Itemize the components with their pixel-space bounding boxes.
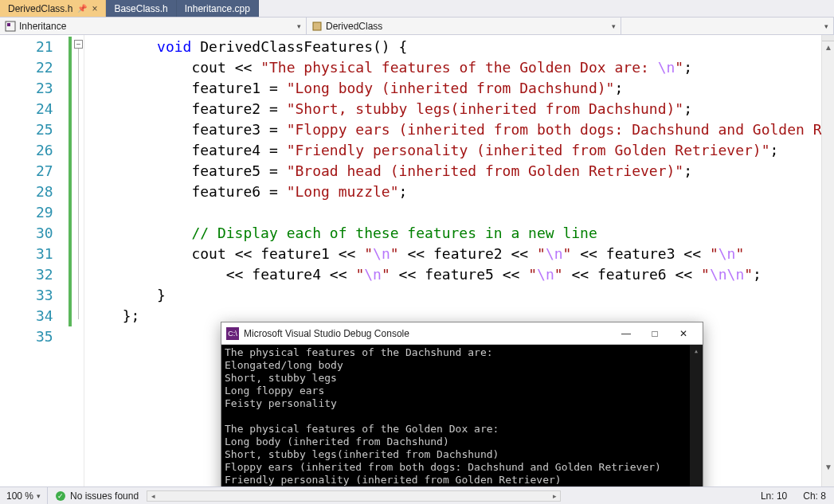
chevron-down-icon: ▾ xyxy=(297,22,301,30)
line-number: 34 xyxy=(0,306,68,326)
split-handle[interactable] xyxy=(822,35,834,41)
change-marker xyxy=(69,57,72,78)
change-marker xyxy=(69,264,72,285)
project-icon xyxy=(5,21,16,32)
zoom-value: 100 % xyxy=(6,490,33,502)
code-line[interactable]: // Display each of these features in a n… xyxy=(84,223,834,244)
scroll-up-icon[interactable]: ▴ xyxy=(690,345,703,357)
outlining-guide xyxy=(78,49,79,319)
change-marker xyxy=(69,326,72,347)
svg-rect-1 xyxy=(7,23,10,26)
member-scope-dropdown[interactable]: ▾ xyxy=(621,18,834,34)
change-marker xyxy=(69,78,72,99)
line-number: 31 xyxy=(0,244,68,264)
code-line[interactable] xyxy=(84,202,834,223)
line-number: 25 xyxy=(0,119,68,140)
code-line[interactable]: void DerivedClassFeatures() { xyxy=(84,37,834,57)
change-marker xyxy=(69,223,72,244)
change-marker xyxy=(69,306,72,326)
line-number: 22 xyxy=(0,57,68,78)
scroll-right-icon[interactable]: ▸ xyxy=(549,491,560,501)
check-icon: ✓ xyxy=(56,491,65,501)
tab-label: DerivedClass.h xyxy=(8,3,72,14)
tab-label: BaseClass.h xyxy=(114,3,167,14)
console-title-bar[interactable]: C:\ Microsoft Visual Studio Debug Consol… xyxy=(221,322,703,345)
code-line[interactable]: feature4 = "Friendly personality (inheri… xyxy=(84,140,834,161)
tab-inheritance-cpp[interactable]: Inheritance.cpp xyxy=(177,0,259,17)
line-number: 27 xyxy=(0,161,68,182)
change-marker xyxy=(69,37,72,57)
line-number: 24 xyxy=(0,99,68,119)
line-number: 26 xyxy=(0,140,68,161)
maximize-button[interactable]: □ xyxy=(640,325,669,342)
zoom-dropdown[interactable]: 100 % ▾ xyxy=(0,487,48,504)
change-marker xyxy=(69,244,72,264)
code-line[interactable]: } xyxy=(84,285,834,306)
project-scope-dropdown[interactable]: Inheritance ▾ xyxy=(0,18,307,34)
line-number: 30 xyxy=(0,223,68,244)
outlining-margin[interactable]: − xyxy=(72,35,84,486)
tab-label: Inheritance.cpp xyxy=(185,3,250,14)
scroll-down-icon[interactable]: ▼ xyxy=(822,461,834,474)
svg-rect-2 xyxy=(313,22,321,30)
line-number-gutter: 212223242526272829303132333435 xyxy=(0,35,68,486)
line-number: 35 xyxy=(0,326,68,347)
change-marker xyxy=(69,161,72,182)
project-name: Inheritance xyxy=(19,21,66,32)
tab-derivedclass[interactable]: DerivedClass.h 📌 × xyxy=(0,0,106,17)
code-line[interactable]: cout << "The physical features of the Go… xyxy=(84,57,834,78)
line-number: 28 xyxy=(0,182,68,202)
debug-console-window[interactable]: C:\ Microsoft Visual Studio Debug Consol… xyxy=(221,322,703,486)
code-line[interactable]: feature1 = "Long body (inherited from Da… xyxy=(84,78,834,99)
line-number: 21 xyxy=(0,37,68,57)
issues-text: No issues found xyxy=(70,490,139,502)
minimize-button[interactable]: — xyxy=(612,325,640,342)
line-number: 23 xyxy=(0,78,68,99)
code-editor[interactable]: 212223242526272829303132333435 − void De… xyxy=(0,35,834,486)
editor-horizontal-scrollbar[interactable]: ◂ ▸ xyxy=(147,490,561,502)
code-line[interactable]: feature3 = "Floppy ears (inherited from … xyxy=(84,119,834,140)
class-icon xyxy=(311,21,323,32)
editor-vertical-scrollbar[interactable]: ▲ ▼ xyxy=(821,35,834,486)
chevron-down-icon: ▾ xyxy=(612,22,616,30)
code-line[interactable]: feature5 = "Broad head (inherited from G… xyxy=(84,161,834,182)
class-name: DerivedClass xyxy=(326,21,382,32)
line-number: 29 xyxy=(0,202,68,223)
caret-line[interactable]: Ln: 10 xyxy=(753,490,795,502)
console-output[interactable]: The physical features of the Dachshund a… xyxy=(221,345,703,486)
code-line[interactable]: cout << feature1 << "\n" << feature2 << … xyxy=(84,244,834,264)
code-line[interactable]: << feature4 << "\n" << feature5 << "\n" … xyxy=(84,264,834,285)
tab-baseclass[interactable]: BaseClass.h xyxy=(106,0,176,17)
caret-char[interactable]: Ch: 8 xyxy=(795,490,834,502)
console-app-icon: C:\ xyxy=(226,327,239,340)
scroll-left-icon[interactable]: ◂ xyxy=(147,491,159,501)
change-marker xyxy=(69,202,72,223)
pin-icon[interactable]: 📌 xyxy=(77,4,87,13)
issues-indicator[interactable]: ✓ No issues found xyxy=(48,490,147,502)
change-marker xyxy=(69,99,72,119)
navigation-bar: Inheritance ▾ DerivedClass ▾ ▾ xyxy=(0,18,834,35)
code-line[interactable]: feature6 = "Long muzzle"; xyxy=(84,182,834,202)
change-marker xyxy=(69,140,72,161)
chevron-down-icon: ▾ xyxy=(37,492,41,500)
change-marker xyxy=(69,119,72,140)
console-text: The physical features of the Dachshund a… xyxy=(225,346,699,486)
code-line[interactable]: feature2 = "Short, stubby legs(inherited… xyxy=(84,99,834,119)
change-marker xyxy=(69,182,72,202)
close-button[interactable]: ✕ xyxy=(669,325,698,342)
class-scope-dropdown[interactable]: DerivedClass ▾ xyxy=(307,18,621,34)
line-number: 32 xyxy=(0,264,68,285)
scroll-up-icon[interactable]: ▲ xyxy=(822,41,834,54)
console-title-text: Microsoft Visual Studio Debug Console xyxy=(244,328,409,339)
document-tab-strip: DerivedClass.h 📌 × BaseClass.h Inheritan… xyxy=(0,0,834,18)
status-bar: 100 % ▾ ✓ No issues found ◂ ▸ Ln: 10 Ch:… xyxy=(0,486,834,504)
collapse-toggle-icon[interactable]: − xyxy=(74,40,83,49)
line-number: 33 xyxy=(0,285,68,306)
chevron-down-icon: ▾ xyxy=(824,22,828,30)
console-scrollbar[interactable]: ▴ ▾ xyxy=(690,345,703,486)
change-marker xyxy=(69,285,72,306)
close-icon[interactable]: × xyxy=(92,3,97,14)
